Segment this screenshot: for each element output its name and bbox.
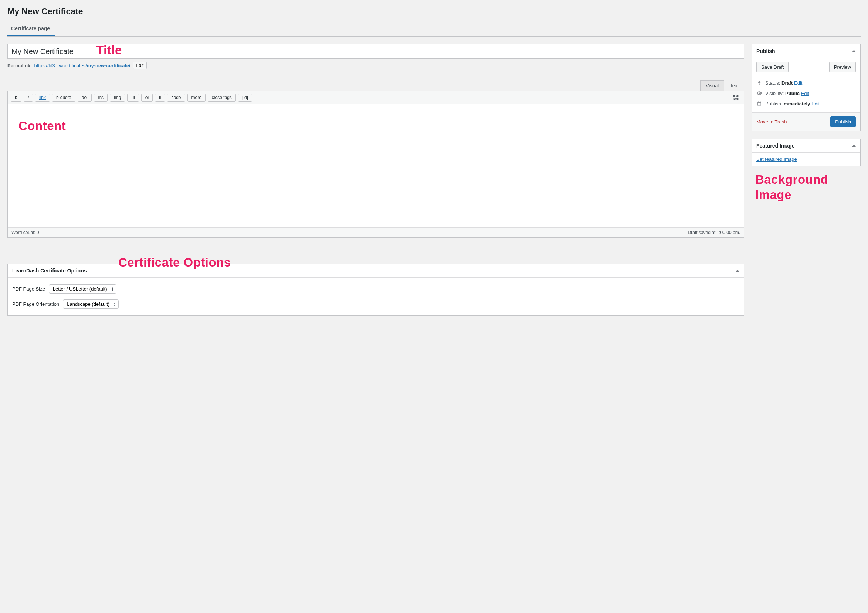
- edit-schedule-link[interactable]: Edit: [811, 101, 820, 107]
- featured-image-box: Featured Image Set featured image: [752, 139, 860, 166]
- qt-close-tags-button[interactable]: close tags: [208, 93, 236, 102]
- status-label: Status:: [765, 80, 780, 86]
- qt-del-button[interactable]: del: [78, 93, 92, 102]
- visibility-label: Visibility:: [765, 91, 784, 96]
- editor-tab-text[interactable]: Text: [724, 80, 744, 91]
- schedule-value: immediately: [782, 101, 810, 107]
- qt-ol-button[interactable]: ol: [141, 93, 153, 102]
- preview-button[interactable]: Preview: [829, 62, 856, 73]
- content-editor[interactable]: [8, 104, 744, 226]
- fullscreen-icon[interactable]: [733, 94, 739, 101]
- qt-italic-button[interactable]: i: [24, 93, 33, 102]
- qt-more-button[interactable]: more: [188, 93, 206, 102]
- edit-visibility-link[interactable]: Edit: [801, 91, 809, 96]
- qt-li-button[interactable]: li: [155, 93, 165, 102]
- pdf-orientation-select[interactable]: Landscape (default): [63, 300, 119, 309]
- pdf-page-size-select[interactable]: Letter / USLetter (default): [49, 284, 116, 293]
- permalink-slug: my-new-certificate/: [87, 63, 130, 68]
- featured-image-header[interactable]: Featured Image: [752, 139, 860, 153]
- chevron-up-icon: [852, 50, 856, 52]
- schedule-label: Publish: [765, 101, 781, 107]
- eye-icon: [756, 90, 762, 96]
- move-to-trash-link[interactable]: Move to Trash: [756, 119, 787, 124]
- annotation-bg-image: Background Image: [755, 172, 828, 203]
- nav-tab-wrapper: Certificate page: [8, 22, 860, 37]
- status-value: Draft: [781, 80, 793, 86]
- publish-button[interactable]: Publish: [830, 116, 856, 127]
- editor-container: b i link b-quote del ins img ul ol li co…: [8, 91, 744, 238]
- qt-code-button[interactable]: code: [167, 93, 185, 102]
- edit-status-link[interactable]: Edit: [794, 80, 802, 86]
- pdf-orientation-label: PDF Page Orientation: [12, 301, 59, 307]
- set-featured-image-link[interactable]: Set featured image: [756, 157, 797, 162]
- visibility-value: Public: [785, 91, 800, 96]
- permalink-link[interactable]: https://ld3.fly/certificates/my-new-cert…: [34, 63, 130, 68]
- tab-certificate-page[interactable]: Certificate page: [8, 22, 55, 36]
- pin-icon: [756, 80, 762, 86]
- chevron-up-icon: [736, 270, 739, 272]
- cert-options-header[interactable]: LearnDash Certificate Options: [8, 264, 744, 278]
- featured-image-title: Featured Image: [756, 143, 794, 149]
- title-input[interactable]: [8, 44, 744, 59]
- qt-bold-button[interactable]: b: [11, 93, 22, 102]
- editor-tab-visual[interactable]: Visual: [700, 80, 724, 91]
- permalink-label: Permalink:: [8, 63, 32, 68]
- word-count: Word count: 0: [11, 230, 39, 235]
- permalink-base: https://ld3.fly/certificates/: [34, 63, 87, 68]
- draft-saved-time: Draft saved at 1:00:00 pm.: [688, 230, 740, 235]
- qt-link-button[interactable]: link: [35, 93, 50, 102]
- cert-options-title: LearnDash Certificate Options: [12, 268, 87, 273]
- chevron-up-icon: [852, 144, 856, 147]
- publish-box: Publish Save Draft Preview Status:: [752, 44, 860, 131]
- publish-header[interactable]: Publish: [752, 44, 860, 58]
- page-title: My New Certificate: [8, 7, 860, 17]
- qt-img-button[interactable]: img: [110, 93, 125, 102]
- edit-permalink-button[interactable]: Edit: [133, 62, 147, 69]
- qt-ld-button[interactable]: [ld]: [238, 93, 252, 102]
- calendar-icon: [756, 101, 762, 107]
- publish-title: Publish: [756, 48, 775, 54]
- qt-ins-button[interactable]: ins: [94, 93, 108, 102]
- save-draft-button[interactable]: Save Draft: [756, 62, 789, 73]
- qt-bquote-button[interactable]: b-quote: [52, 93, 75, 102]
- qt-ul-button[interactable]: ul: [127, 93, 139, 102]
- pdf-page-size-label: PDF Page Size: [12, 286, 45, 292]
